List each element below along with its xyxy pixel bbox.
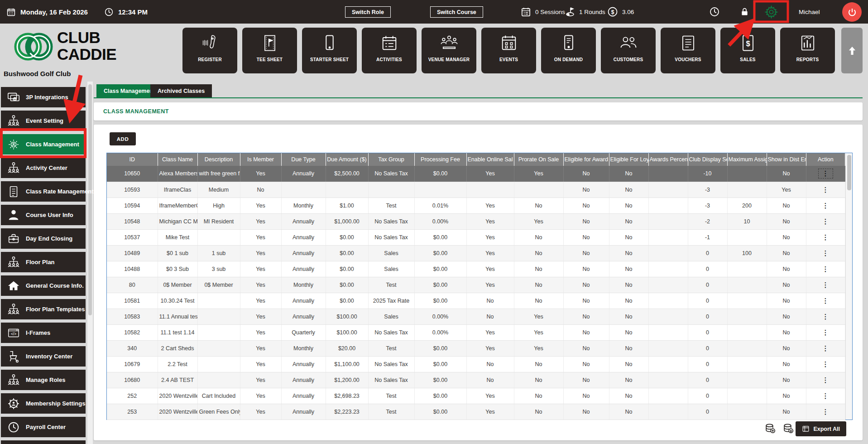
table-row-80[interactable]: 800$ Member0$ MemberYesMonthly$0.00Test$… — [107, 277, 845, 293]
table-cell — [197, 372, 240, 388]
sidebar-item-day-end-closing[interactable]: Day End Closing — [1, 228, 86, 249]
sidebar-item-floor-plan[interactable]: Floor Plan — [1, 252, 86, 272]
table-row-10583[interactable]: 1058311.1 Annual testYesAnnually$100.00S… — [107, 309, 845, 324]
table-row-253[interactable]: 2532020 Wentzville wGreen Fees OnlyYesAn… — [107, 404, 845, 420]
table-cell: $0.00 — [414, 245, 466, 261]
add-button[interactable]: ADD — [110, 132, 136, 145]
nav-tile-tee-sheet[interactable]: TEE SHEET — [242, 28, 297, 73]
table-row-10680[interactable]: 106802.4 AB TESTYesAnnually$1,200.00No S… — [107, 372, 845, 388]
table-row-10489[interactable]: 10489$0 1 sub1 subYesAnnually$0.00Sales$… — [107, 245, 845, 261]
sidebar-item-inventory-center[interactable]: Inventory Center — [1, 346, 86, 367]
nav-tile-on-demand[interactable]: ON DEMAND — [541, 28, 596, 73]
table-scrollbar-thumb[interactable] — [847, 155, 851, 190]
balance-counter[interactable]: $ 3.06 — [607, 0, 634, 24]
row-action-menu-icon[interactable]: ⋮ — [822, 186, 829, 193]
column-header-show-in-dist-engi[interactable]: Show in Dist Engi — [767, 153, 806, 166]
export-database-download-icon[interactable] — [782, 423, 794, 434]
nav-tile-register[interactable]: REGISTER — [182, 28, 237, 73]
settings-gear-icon[interactable] — [764, 0, 778, 24]
sidebar-item-partial[interactable] — [1, 440, 86, 444]
export-database-add-icon[interactable] — [764, 423, 776, 434]
column-header-due-amount[interactable]: Due Amount ($) — [326, 153, 368, 166]
table-row-10581[interactable]: 1058110.30.24 TestYesAnnually$0.002025 T… — [107, 293, 845, 309]
nav-tile-venue-manager[interactable]: VENUE MANAGER — [422, 28, 476, 73]
sidebar-item-3p-integrations[interactable]: $3P Integrations — [1, 87, 86, 107]
power-button[interactable] — [842, 2, 862, 22]
nav-scroll-up-button[interactable] — [841, 28, 863, 73]
column-header-description[interactable]: Description — [197, 153, 240, 166]
table-cell: -3 — [688, 182, 727, 198]
column-header-prorate-on-sale[interactable]: Prorate On Sale — [514, 153, 563, 166]
nav-tile-vouchers[interactable]: VOUCHERS — [661, 28, 715, 73]
sidebar-item-membership-settings[interactable]: Membership Settings — [1, 393, 86, 414]
switch-course-button[interactable]: Switch Course — [430, 6, 483, 18]
column-header-due-type[interactable]: Due Type — [281, 153, 326, 166]
sidebar-item-general-course-info[interactable]: General Course Info. — [1, 275, 86, 296]
row-action-menu-icon[interactable]: ⋮ — [822, 202, 829, 209]
row-action-menu-icon[interactable]: ⋮ — [818, 169, 833, 179]
row-action-menu-icon[interactable]: ⋮ — [822, 233, 829, 241]
table-row-10548[interactable]: 10548Michigan CC MemMI ResidentYesAnnual… — [107, 213, 845, 229]
table-row-10650[interactable]: 10650Alexa Membershiwith free green fYes… — [107, 166, 845, 182]
export-all-button[interactable]: Export All — [796, 421, 846, 436]
table-row-10582[interactable]: 1058211.1 test 1.14YesQuarterly$100.00No… — [107, 324, 845, 340]
sidebar-item-i-frames[interactable]: </>I-Frames — [1, 323, 86, 343]
row-action-menu-icon[interactable]: ⋮ — [822, 265, 829, 273]
tab-archived-classes[interactable]: Archived Classes — [150, 84, 212, 98]
nav-tile-customers[interactable]: CUSTOMERS — [601, 28, 656, 73]
user-name[interactable]: Michael — [799, 0, 820, 24]
row-action-menu-icon[interactable]: ⋮ — [822, 217, 829, 225]
column-header-id[interactable]: ID — [107, 153, 158, 166]
time-clock-icon[interactable] — [709, 0, 720, 24]
table-row-10488[interactable]: 10488$0 3 Sub3 subYesAnnually$0.00Sales$… — [107, 261, 845, 277]
sidebar-scrollbar-thumb[interactable] — [88, 84, 92, 315]
column-header-enable-online-sal[interactable]: Enable Online Sal — [466, 153, 514, 166]
row-action-menu-icon[interactable]: ⋮ — [822, 376, 829, 384]
row-action-menu-icon[interactable]: ⋮ — [822, 408, 829, 415]
row-action-menu-icon[interactable]: ⋮ — [822, 392, 829, 400]
table-cell: No — [563, 166, 609, 182]
sidebar-item-course-user-info[interactable]: Course User Info — [1, 205, 86, 225]
nav-tile-events[interactable]: EVENTS — [481, 28, 536, 73]
row-action-menu-icon[interactable]: ⋮ — [822, 360, 829, 368]
nav-tile-sales[interactable]: $SALES — [720, 28, 775, 73]
column-header-awards-percentag[interactable]: Awards Percentag — [648, 153, 688, 166]
table-row-252[interactable]: 2522020 Wentzville wCart IncludedYesAnnu… — [107, 388, 845, 404]
row-action-menu-icon[interactable]: ⋮ — [822, 281, 829, 289]
row-action-menu-icon[interactable]: ⋮ — [822, 328, 829, 336]
sidebar-item-floor-plan-templates[interactable]: Floor Plan Templates — [1, 299, 86, 319]
sidebar-item-event-setting[interactable]: Event Setting — [1, 111, 86, 131]
column-header-is-member[interactable]: Is Member — [240, 153, 281, 166]
switch-role-button[interactable]: Switch Role — [345, 6, 391, 18]
nav-tile-starter-sheet[interactable]: STARTER SHEET — [302, 28, 357, 73]
column-header-eligible-for-loyalt[interactable]: Eligible For Loyalt — [609, 153, 648, 166]
table-row-340[interactable]: 3402 Cart ShedsYesMonthly$20.00Test$0.00… — [107, 340, 845, 356]
table-row-10593[interactable]: 10593IframeClasMediumNoNoNo-3Yes⋮ — [107, 182, 845, 198]
column-header-processing-fee[interactable]: Processing Fee — [414, 153, 466, 166]
sessions-counter[interactable]: 0 Sessions — [521, 0, 565, 24]
column-header-maximum-assignm[interactable]: Maximum Assignm — [727, 153, 767, 166]
nav-tile-activities[interactable]: ACTIVITIES — [362, 28, 417, 73]
column-header-class-name[interactable]: Class Name — [158, 153, 197, 166]
sidebar-item-payroll-center[interactable]: Payroll Center — [1, 417, 86, 437]
table-scrollbar[interactable] — [845, 153, 853, 420]
sidebar-item-activity-center[interactable]: Activity Center — [1, 158, 86, 178]
rounds-counter[interactable]: 1 Rounds — [564, 0, 605, 24]
row-action-menu-icon[interactable]: ⋮ — [822, 313, 829, 320]
row-action-menu-icon[interactable]: ⋮ — [822, 249, 829, 257]
table-row-10594[interactable]: 10594IframeMemberClaHighYesMonthly$1.00T… — [107, 198, 845, 213]
column-header-tax-group[interactable]: Tax Group — [368, 153, 414, 166]
sidebar-item-class-rate-management[interactable]: Class Rate Management — [1, 181, 86, 202]
table-cell: 0 — [688, 388, 727, 404]
table-row-10537[interactable]: 10537Mike TestYesAnnually$0.00No Sales T… — [107, 229, 845, 245]
column-header-club-display-sequ[interactable]: Club Display Sequ — [688, 153, 727, 166]
table-row-10679[interactable]: 106792.2 TestYesAnnually$1,100.00No Sale… — [107, 356, 845, 372]
column-header-action[interactable]: Action — [806, 153, 845, 166]
nav-tile-reports[interactable]: REPORTS — [780, 28, 835, 73]
column-header-eligible-for-award[interactable]: Eligible for Award — [563, 153, 609, 166]
sidebar-item-manage-roles[interactable]: Manage Roles — [1, 370, 86, 390]
row-action-menu-icon[interactable]: ⋮ — [822, 344, 829, 352]
sidebar-item-class-management[interactable]: Class Management — [1, 134, 86, 154]
row-action-menu-icon[interactable]: ⋮ — [822, 297, 829, 304]
lock-icon[interactable] — [740, 0, 749, 24]
